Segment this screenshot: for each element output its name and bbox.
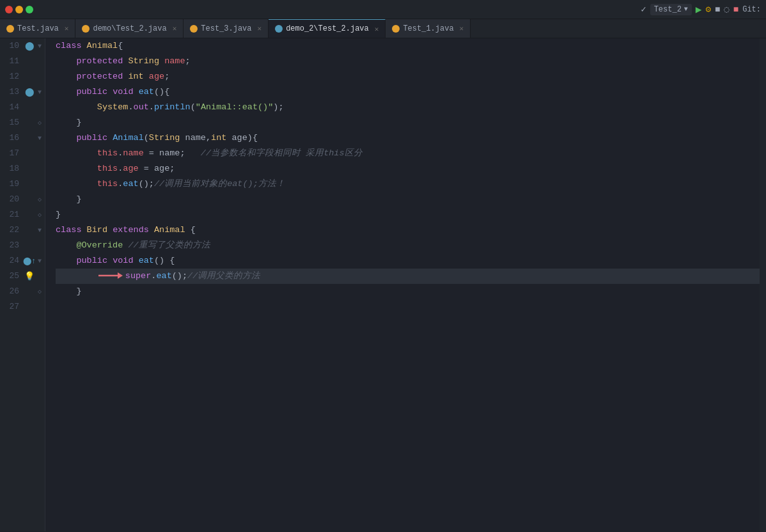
code-line-24: public void eat() { — [56, 253, 760, 269]
bulb-icon-25[interactable]: 💡 — [24, 271, 35, 281]
string-14: "Animal::eat()" — [196, 100, 274, 115]
field-name-17: name — [123, 146, 143, 161]
window-top-bar: ✓ Test_2 ▼ ▶ ⚙ ■ ◌ ■ Git: — [0, 0, 766, 19]
indent-18 — [56, 161, 97, 176]
fold-icon-21[interactable]: ◇ — [35, 210, 45, 220]
keyword-super-25: super — [125, 269, 152, 284]
run-button[interactable]: ▶ — [696, 3, 702, 16]
keyword-extends-22: extends — [113, 223, 154, 238]
constructor-animal-16: Animal — [113, 130, 144, 146]
code-line-12: protected int age; — [56, 69, 760, 84]
out-14: out — [134, 100, 149, 115]
line-number-24: 24 — [0, 253, 24, 269]
fold-icon-22[interactable]: ▼ — [35, 225, 45, 235]
minimize-button[interactable] — [15, 6, 23, 13]
tab-close-demo-test2[interactable]: ✕ — [173, 24, 177, 33]
fold-icon-16[interactable]: ▼ — [35, 133, 45, 143]
gutter-empty-18 — [24, 164, 35, 174]
close-brace-26: } — [76, 284, 81, 299]
line-number-20: 20 — [0, 192, 24, 207]
punct-12: ; — [164, 69, 169, 84]
tab-demo2-test2[interactable]: demo_2\Test_2.java ✕ — [269, 19, 386, 38]
gutter-row-23: 23 — [0, 238, 45, 253]
code-line-18: this.age = age; — [56, 161, 760, 176]
keyword-class-22: class — [56, 223, 87, 238]
fold-icon-20[interactable]: ◇ — [35, 194, 45, 205]
run-configuration[interactable]: Test_2 ▼ — [650, 4, 692, 15]
gutter-empty-21 — [24, 210, 35, 220]
fold-icon-24[interactable]: ▼ — [35, 256, 45, 266]
maximize-button[interactable] — [26, 6, 33, 13]
gutter-empty2-25 — [35, 271, 45, 281]
tab-close-test1-java[interactable]: ✕ — [460, 24, 464, 33]
scrollbar-track[interactable] — [760, 38, 766, 531]
gutter-empty2-23 — [35, 240, 45, 251]
gutter-row-24: 24 ⬤↑ ▼ — [0, 253, 45, 269]
gutter-row-10: 10 ⬤ ▼ — [0, 38, 45, 54]
breakpoint-icon-24[interactable]: ⬤↑ — [24, 256, 35, 266]
gutter-row-20: 20 ◇ — [0, 192, 45, 207]
close-button[interactable] — [5, 6, 13, 13]
stop-button[interactable]: ■ — [733, 4, 739, 15]
gutter-empty-16 — [24, 133, 35, 143]
line-number-15: 15 — [0, 115, 24, 130]
line-number-13: 13 — [0, 84, 24, 100]
comment-23: //重写了父类的方法 — [128, 238, 210, 253]
indent-19 — [56, 176, 97, 192]
editor-area: 10 ⬤ ▼ 11 12 13 ⬤ ▼ 14 15 — [0, 38, 766, 531]
gutter-row-11: 11 — [0, 54, 45, 69]
method-eat-13: eat — [139, 84, 154, 100]
gutter-row-19: 19 — [0, 176, 45, 192]
gutter-empty2-11 — [35, 56, 45, 66]
tab-icon-test3-java — [190, 25, 198, 33]
gutter-row-26: 26 ◇ — [0, 284, 45, 299]
tab-test3-java[interactable]: Test_3.java ✕ — [184, 19, 269, 38]
class-animal-22: Animal — [154, 223, 191, 238]
tab-test-java[interactable]: Test.java ✕ — [0, 19, 75, 38]
tab-demo-test2[interactable]: demo\Test_2.java ✕ — [75, 19, 184, 38]
keyword-public-16: public — [76, 130, 113, 146]
empty-27 — [56, 299, 61, 315]
gutter-row-25: 25 💡 — [0, 269, 45, 284]
git-label: Git: — [742, 5, 761, 14]
line-gutter: 10 ⬤ ▼ 11 12 13 ⬤ ▼ 14 15 — [0, 38, 45, 531]
chevron-down-icon[interactable]: ▼ — [684, 6, 688, 13]
fold-icon-15[interactable]: ◇ — [35, 118, 45, 128]
line-number-26: 26 — [0, 284, 24, 299]
tab-icon-demo-test2 — [82, 25, 90, 33]
profile-button[interactable]: ◌ — [724, 4, 729, 15]
svg-marker-1 — [118, 272, 123, 279]
code-editor[interactable]: class Animal{ protected String name; pro… — [45, 38, 760, 531]
gutter-empty2-18 — [35, 164, 45, 174]
gutter-row-18: 18 — [0, 161, 45, 176]
fold-icon-26[interactable]: ◇ — [35, 286, 45, 297]
tab-close-test3-java[interactable]: ✕ — [258, 24, 262, 33]
comment-17: //当参数名和字段相同时 采用this区分 — [201, 146, 363, 161]
param-age-16: age — [231, 130, 247, 146]
indent-16 — [56, 130, 76, 146]
method-eat-19: eat — [123, 176, 138, 192]
fold-icon-10[interactable]: ▼ — [35, 41, 45, 51]
code-line-25: super.eat();//调用父类的方法 — [56, 269, 760, 284]
gutter-empty-14 — [24, 102, 35, 113]
coverage-button[interactable]: ■ — [715, 4, 720, 15]
line-number-10: 10 — [0, 38, 24, 54]
breakpoint-icon-10[interactable]: ⬤ — [24, 41, 35, 51]
annotation-override-23: @Override — [76, 238, 128, 253]
window-controls[interactable] — [5, 6, 33, 13]
tab-test1-java[interactable]: Test_1.java ✕ — [386, 19, 471, 38]
punct-22: { — [191, 223, 196, 238]
code-line-10: class Animal{ — [56, 38, 760, 54]
tab-close-test-java[interactable]: ✕ — [65, 24, 69, 33]
line-number-12: 12 — [0, 69, 24, 84]
tab-icon-test-java — [6, 25, 14, 33]
debug-button[interactable]: ⚙ — [706, 4, 711, 15]
breakpoint-icon-13[interactable]: ⬤ — [24, 87, 35, 97]
tab-close-demo2-test2[interactable]: ✕ — [375, 25, 379, 33]
line-number-23: 23 — [0, 238, 24, 253]
fold-icon-13[interactable]: ▼ — [35, 87, 45, 97]
indent-23 — [56, 238, 76, 253]
close-brace-15: } — [76, 115, 81, 130]
tab-bar: Test.java ✕ demo\Test_2.java ✕ Test_3.ja… — [0, 19, 766, 38]
gutter-row-13: 13 ⬤ ▼ — [0, 84, 45, 100]
